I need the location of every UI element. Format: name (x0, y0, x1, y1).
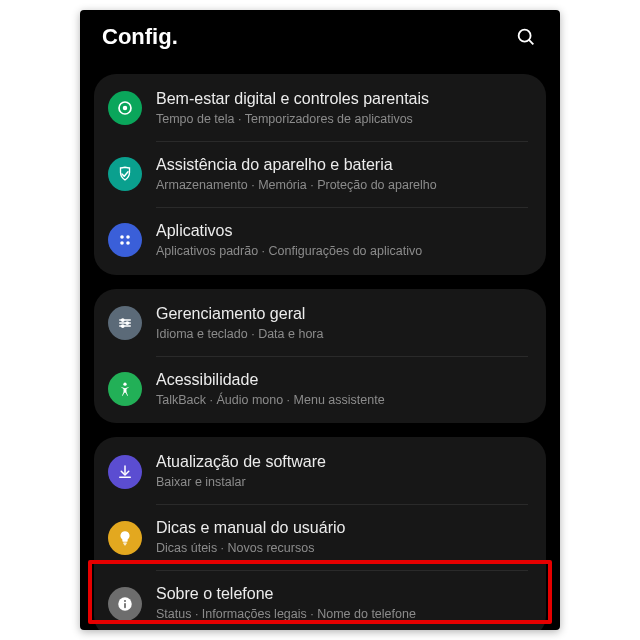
row-software-update[interactable]: Atualização de software Baixar e instala… (94, 439, 546, 504)
row-title: Sobre o telefone (156, 584, 416, 604)
svg-point-0 (519, 30, 531, 42)
row-title: Acessibilidade (156, 370, 385, 390)
svg-point-14 (123, 382, 126, 385)
device-care-icon (108, 157, 142, 191)
row-title: Aplicativos (156, 221, 422, 241)
search-button[interactable] (514, 25, 538, 49)
svg-point-4 (120, 235, 124, 239)
info-icon (108, 587, 142, 621)
row-title: Dicas e manual do usuário (156, 518, 345, 538)
svg-point-5 (126, 235, 130, 239)
row-sub: Dicas úteis · Novos recursos (156, 540, 345, 557)
row-digital-wellbeing[interactable]: Bem-estar digital e controles parentais … (94, 76, 546, 141)
svg-point-7 (126, 241, 130, 245)
svg-point-12 (126, 322, 128, 324)
svg-point-13 (122, 325, 124, 327)
settings-group: Atualização de software Baixar e instala… (94, 437, 546, 630)
settings-scroll[interactable]: Bem-estar digital e controles parentais … (80, 60, 560, 630)
row-sub: Tempo de tela · Temporizadores de aplica… (156, 111, 429, 128)
row-apps[interactable]: Aplicativos Aplicativos padrão · Configu… (94, 208, 546, 273)
row-title: Bem-estar digital e controles parentais (156, 89, 429, 109)
row-sub: Status · Informações legais · Nome do te… (156, 606, 416, 623)
row-sub: Armazenamento · Memória · Proteção do ap… (156, 177, 437, 194)
software-update-icon (108, 455, 142, 489)
row-sub: TalkBack · Áudio mono · Menu assistente (156, 392, 385, 409)
row-about-phone[interactable]: Sobre o telefone Status · Informações le… (94, 571, 546, 630)
svg-rect-19 (124, 602, 126, 607)
page-title: Config. (102, 24, 178, 50)
accessibility-icon (108, 372, 142, 406)
general-management-icon (108, 306, 142, 340)
svg-point-6 (120, 241, 124, 245)
svg-line-1 (529, 40, 533, 44)
svg-point-18 (124, 600, 126, 602)
row-title: Gerenciamento geral (156, 304, 323, 324)
row-sub: Baixar e instalar (156, 474, 326, 491)
tips-icon (108, 521, 142, 555)
svg-rect-15 (123, 542, 127, 543)
search-icon (515, 26, 537, 48)
svg-point-11 (122, 319, 124, 321)
digital-wellbeing-icon (108, 91, 142, 125)
row-accessibility[interactable]: Acessibilidade TalkBack · Áudio mono · M… (94, 357, 546, 422)
settings-group: Gerenciamento geral Idioma e teclado · D… (94, 289, 546, 424)
settings-screen: Config. Bem-estar digital e controles pa… (80, 10, 560, 630)
apps-icon (108, 223, 142, 257)
app-header: Config. (80, 10, 560, 60)
settings-group: Bem-estar digital e controles parentais … (94, 74, 546, 275)
row-tips-manual[interactable]: Dicas e manual do usuário Dicas úteis · … (94, 505, 546, 570)
row-sub: Aplicativos padrão · Configurações do ap… (156, 243, 422, 260)
row-title: Atualização de software (156, 452, 326, 472)
row-device-care[interactable]: Assistência do aparelho e bateria Armaze… (94, 142, 546, 207)
row-general-management[interactable]: Gerenciamento geral Idioma e teclado · D… (94, 291, 546, 356)
row-sub: Idioma e teclado · Data e hora (156, 326, 323, 343)
svg-point-3 (123, 106, 128, 111)
row-title: Assistência do aparelho e bateria (156, 155, 437, 175)
svg-rect-16 (124, 544, 127, 545)
